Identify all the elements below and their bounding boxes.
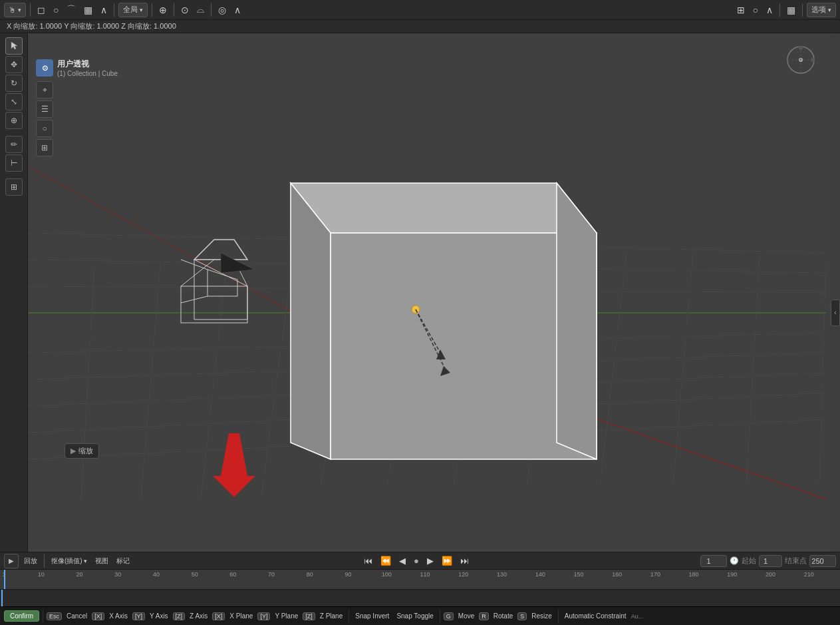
rotate-tool-btn[interactable]: ↻: [5, 75, 23, 92]
resize-key: S: [517, 612, 527, 620]
proportional-type-btn[interactable]: ∧: [231, 3, 243, 17]
editor-type-btn[interactable]: ▦: [784, 3, 798, 17]
frame-label-60: 60: [229, 571, 236, 578]
z-key: [Z]: [173, 612, 186, 620]
frame-label-150: 150: [573, 571, 583, 578]
frame-label-200: 200: [766, 571, 775, 578]
scale-icon: ▶: [70, 447, 76, 455]
collection-label: (1) Collection | Cube: [57, 70, 118, 77]
orbit-gizmo[interactable]: [784, 43, 817, 78]
svg-point-48: [811, 58, 815, 62]
scale-info-text: X 向缩放: 1.0000 Y 向缩放: 1.0000 Z 向缩放: 1.000…: [7, 21, 176, 31]
options-btn[interactable]: 选项 ▾: [807, 3, 836, 17]
frame-label-110: 110: [420, 571, 430, 578]
marker-btn[interactable]: 标记: [114, 555, 132, 567]
select-lasso-btn[interactable]: ⌒: [64, 3, 78, 17]
insert-btn[interactable]: 抠像(插值) ▾: [49, 555, 90, 567]
snap-invert-btn[interactable]: Snap Invert: [352, 611, 392, 621]
snap-btn[interactable]: ⊙: [178, 3, 192, 17]
svg-marker-25: [291, 183, 597, 233]
proportional-btn[interactable]: ◎: [215, 3, 229, 17]
frame-label-140: 140: [535, 571, 545, 578]
play-pause-btn[interactable]: ●: [411, 554, 422, 567]
next-keyframe-btn[interactable]: ⏩: [439, 554, 455, 567]
snap-toggle-btn[interactable]: Snap Toggle: [394, 611, 436, 621]
move-btn[interactable]: Move: [456, 611, 477, 621]
view-name-label: 用户透视: [57, 59, 118, 70]
end-label: 结束点: [785, 556, 807, 566]
frame-nav-btn[interactable]: ⊞: [734, 3, 748, 17]
separator-3: [152, 3, 152, 17]
render-extra-btn[interactable]: ∧: [764, 3, 775, 17]
frame-start-input[interactable]: [759, 555, 782, 567]
confirm-button[interactable]: Confirm: [4, 610, 39, 622]
auto-constraint-extra: Au...: [631, 613, 644, 620]
mode-selector[interactable]: 🖱 ▾: [4, 3, 26, 17]
cursor-tool-btn[interactable]: [5, 37, 23, 55]
left-sidebar: ✥ ↻ ⤡ ⊕ ✏ ⊢ ⊞: [0, 33, 28, 552]
jump-start-btn[interactable]: ⏮: [361, 554, 375, 567]
frame-label-170: 170: [650, 571, 660, 578]
rotate-btn[interactable]: Rotate: [491, 611, 515, 621]
current-frame-input[interactable]: [700, 555, 727, 567]
start-label: 起始: [742, 556, 756, 566]
rotate-key: R: [479, 612, 489, 620]
view-local-btn[interactable]: ○: [36, 120, 53, 137]
separator-5: [211, 3, 211, 17]
y-axis-btn[interactable]: Y Axis: [147, 611, 171, 621]
select-mode-btn[interactable]: ▦: [81, 3, 95, 17]
snap-extra-btn[interactable]: ⌓: [194, 3, 207, 17]
select-extra-btn[interactable]: ∧: [98, 3, 110, 17]
separator-1: [30, 3, 31, 17]
global-selector[interactable]: 全局 ▾: [118, 3, 148, 17]
add-tool-btn[interactable]: ⊞: [5, 178, 23, 196]
clock-icon: 🕐: [730, 556, 739, 565]
grid-background: [28, 33, 831, 552]
frame-end-input[interactable]: [809, 555, 836, 567]
annotate-tool-btn[interactable]: ✏: [5, 136, 23, 153]
y-plane-btn[interactable]: Y Plane: [272, 611, 301, 621]
move-tool-btn[interactable]: ✥: [5, 56, 23, 73]
frame-label-90: 90: [345, 571, 352, 578]
right-sidebar-toggle[interactable]: ‹: [831, 300, 840, 326]
next-frame-btn[interactable]: ▶: [424, 554, 436, 567]
separator-6: [779, 3, 780, 17]
measure-tool-btn[interactable]: ⊢: [5, 154, 23, 172]
transform-tool-btn[interactable]: ⊕: [5, 112, 23, 129]
view-perspective-btn[interactable]: ☰: [36, 101, 53, 118]
select-circle-btn[interactable]: ○: [51, 3, 61, 17]
x-plane-btn[interactable]: X Plane: [227, 611, 255, 621]
sb-sep-1: [349, 610, 349, 623]
jump-end-btn[interactable]: ⏭: [458, 554, 472, 567]
scale-tool-btn[interactable]: ⤡: [5, 93, 23, 110]
x-key: [X]: [92, 612, 104, 620]
frame-label-100: 100: [382, 571, 392, 578]
frame-label-160: 160: [612, 571, 622, 578]
prev-keyframe-btn[interactable]: ⏪: [378, 554, 394, 567]
prev-frame-btn[interactable]: ◀: [396, 554, 408, 567]
auto-constraint-btn[interactable]: Automatic Constraint: [562, 611, 629, 621]
resize-btn[interactable]: Resize: [529, 611, 555, 621]
pivot-btn[interactable]: ⊕: [156, 3, 170, 17]
sb-sep-0: [43, 610, 43, 623]
zoom-extents-btn[interactable]: ⌖: [36, 81, 53, 99]
frame-label-80: 80: [307, 571, 313, 578]
z-axis-btn[interactable]: Z Axis: [187, 611, 210, 621]
select-box-btn[interactable]: ◻: [35, 3, 48, 17]
playback-btn[interactable]: 回放: [21, 555, 40, 567]
frame-label-130: 130: [497, 571, 507, 578]
timeline-ruler[interactable]: 1 10 20 30 40 50 60 70 80 90 100 110 120…: [0, 570, 840, 590]
y-plane-key: [Y]: [257, 612, 270, 620]
viewport-3d[interactable]: ⊙ 用户透视 (1) Collection | Cube ⌖ ☰ ○ ⊞ ▶ 缩…: [28, 33, 831, 552]
x-axis-btn[interactable]: X Axis: [106, 611, 130, 621]
timeline-icon[interactable]: ▶: [4, 554, 19, 568]
cancel-key: Esc: [47, 612, 62, 620]
x-plane-key: [X]: [212, 612, 225, 620]
z-plane-btn[interactable]: Z Plane: [317, 611, 345, 621]
sb-sep-2: [440, 610, 440, 623]
view-btn[interactable]: 视图: [92, 555, 111, 567]
top-toolbar: 🖱 ▾ ◻ ○ ⌒ ▦ ∧ 全局 ▾ ⊕ ⊙ ⌓ ◎ ∧ ⊞ ○ ∧ ▦ 选项 …: [0, 0, 840, 20]
cancel-action-btn[interactable]: Cancel: [64, 611, 90, 621]
render-btn[interactable]: ○: [750, 3, 761, 17]
view-mode-btn[interactable]: ⊞: [36, 139, 53, 156]
